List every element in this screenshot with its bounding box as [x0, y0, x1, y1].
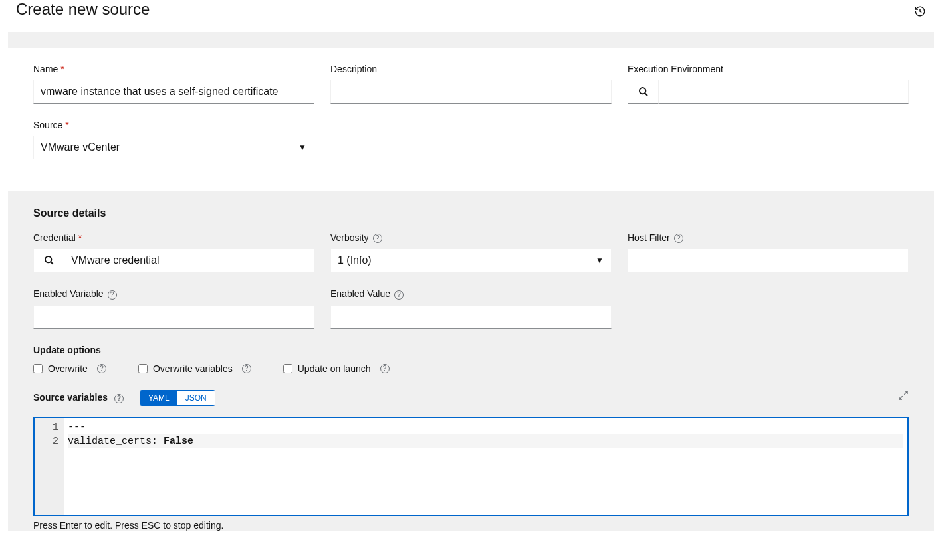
overwrite-checkbox-item[interactable]: Overwrite ? [33, 363, 106, 374]
svg-line-1 [645, 93, 647, 96]
credential-input[interactable] [64, 248, 314, 272]
help-icon[interactable]: ? [108, 290, 117, 300]
update-on-launch-checkbox[interactable] [283, 364, 292, 373]
enabled-variable-input[interactable] [33, 305, 314, 329]
svg-point-0 [640, 88, 645, 94]
source-select[interactable] [33, 136, 314, 159]
editor-hint: Press Enter to edit. Press ESC to stop e… [33, 520, 909, 531]
update-on-launch-checkbox-item[interactable]: Update on launch ? [283, 363, 390, 374]
help-icon[interactable]: ? [380, 364, 390, 373]
expand-icon [898, 390, 909, 401]
svg-line-4 [904, 391, 907, 395]
source-variables-label: Source variables ? [33, 392, 124, 403]
code-line-2: validate_certs: False [68, 434, 903, 448]
enabled-variable-label: Enabled Variable? [33, 288, 314, 299]
enabled-value-input[interactable] [330, 305, 612, 329]
execution-env-label: Execution Environment [628, 64, 909, 74]
help-icon[interactable]: ? [373, 234, 382, 243]
editor-gutter: 1 2 [35, 418, 64, 515]
help-icon[interactable]: ? [97, 364, 106, 373]
description-label: Description [330, 64, 612, 74]
search-icon [44, 255, 55, 266]
host-filter-input[interactable] [628, 248, 909, 272]
yaml-toggle[interactable]: YAML [140, 391, 177, 405]
overwrite-label: Overwrite [48, 363, 88, 374]
update-options-title: Update options [33, 345, 909, 355]
help-icon[interactable]: ? [674, 234, 683, 243]
overwrite-vars-checkbox[interactable] [138, 364, 148, 373]
execution-env-search-button[interactable] [628, 80, 658, 104]
svg-line-5 [899, 396, 903, 399]
host-filter-label: Host Filter? [628, 233, 909, 243]
overwrite-vars-label: Overwrite variables [153, 363, 233, 374]
format-toggle: YAML JSON [140, 390, 215, 406]
line-number: 1 [37, 420, 58, 434]
editor-content[interactable]: --- validate_certs: False [64, 418, 907, 515]
description-input[interactable] [330, 80, 612, 104]
code-line-1: --- [68, 420, 903, 434]
credential-label: Credential* [33, 233, 314, 243]
credential-search-button[interactable] [33, 248, 64, 272]
execution-env-input[interactable] [658, 80, 909, 104]
enabled-value-label: Enabled Value? [330, 288, 612, 299]
source-variables-editor[interactable]: 1 2 --- validate_certs: False [33, 417, 909, 516]
help-icon[interactable]: ? [394, 290, 404, 300]
help-icon[interactable]: ? [242, 364, 251, 373]
page-title: Create new source [16, 0, 918, 19]
source-details-title: Source details [33, 207, 909, 219]
page-header: Create new source [0, 0, 934, 32]
history-icon[interactable] [914, 5, 926, 19]
verbosity-select[interactable] [330, 248, 612, 272]
name-label: Name* [33, 64, 314, 74]
source-label: Source* [33, 120, 314, 130]
search-icon [638, 86, 649, 97]
update-on-launch-label: Update on launch [298, 363, 371, 374]
line-number: 2 [37, 434, 58, 448]
help-icon[interactable]: ? [114, 394, 124, 403]
name-input[interactable] [33, 80, 314, 104]
svg-point-2 [45, 256, 51, 262]
verbosity-label: Verbosity? [330, 233, 612, 243]
expand-button[interactable] [898, 390, 909, 403]
overwrite-vars-checkbox-item[interactable]: Overwrite variables ? [138, 363, 251, 374]
overwrite-checkbox[interactable] [33, 364, 43, 373]
svg-line-3 [51, 262, 53, 264]
json-toggle[interactable]: JSON [177, 391, 215, 405]
